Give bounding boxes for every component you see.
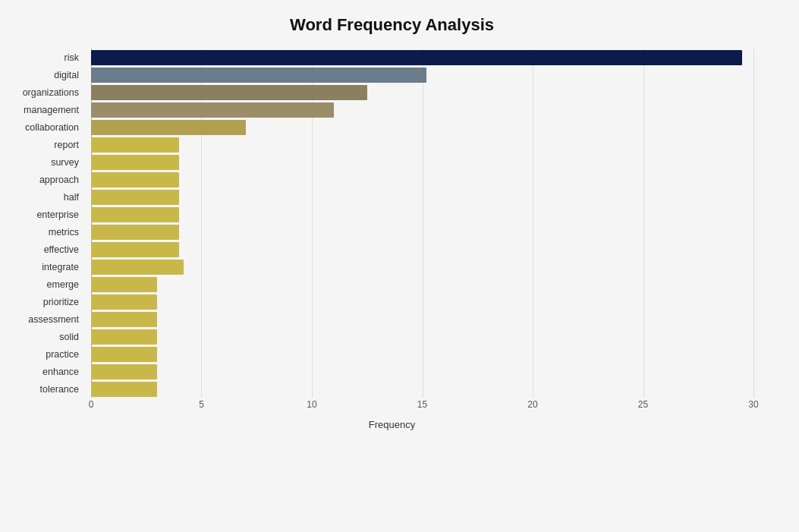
bar xyxy=(91,155,179,170)
bar-label: digital xyxy=(9,70,85,80)
bar-label: survey xyxy=(9,157,85,168)
bar-row: enhance xyxy=(91,363,753,380)
bar-label: effective xyxy=(9,244,85,255)
bar xyxy=(91,260,184,275)
bar-label: risk xyxy=(9,52,85,63)
bar xyxy=(91,294,157,310)
bar-label: enhance xyxy=(9,367,85,377)
x-tick: 15 xyxy=(417,399,427,410)
bar xyxy=(91,137,179,153)
bar xyxy=(91,277,157,292)
x-tick: 25 xyxy=(638,399,648,410)
bar xyxy=(91,172,179,187)
bar-label: enterprise xyxy=(9,209,85,220)
x-tick: 30 xyxy=(748,399,758,410)
bar-label: assessment xyxy=(9,314,85,325)
bar xyxy=(91,68,426,83)
bar-label: organizations xyxy=(9,87,85,98)
bar-row: emerge xyxy=(91,275,753,293)
bar xyxy=(91,190,179,205)
bar-row: digital xyxy=(91,66,753,83)
bar-row: enterprise xyxy=(91,206,753,223)
bar xyxy=(91,120,246,135)
x-tick: 0 xyxy=(89,399,94,410)
bar xyxy=(91,225,179,240)
bar xyxy=(91,364,157,379)
bar-label: approach xyxy=(9,175,85,185)
bar xyxy=(91,50,742,65)
bar-row: collaboration xyxy=(91,118,753,136)
bar-label: report xyxy=(9,140,85,150)
bar-row: tolerance xyxy=(91,380,753,398)
bar-row: organizations xyxy=(91,83,753,101)
chart-title: Word Frequency Analysis xyxy=(8,15,776,35)
x-tick: 5 xyxy=(199,399,204,410)
bar xyxy=(91,85,367,100)
bar xyxy=(91,312,157,327)
bar-label: prioritize xyxy=(9,297,85,307)
bar-row: prioritize xyxy=(91,293,753,310)
bar-row: practice xyxy=(91,345,753,363)
bar-row: integrate xyxy=(91,258,753,275)
bar-row: survey xyxy=(91,153,753,171)
x-axis-container: 051015202530 xyxy=(91,399,753,416)
bars-list: riskdigitalorganizationsmanagementcollab… xyxy=(91,49,753,398)
x-axis-label: Frequency xyxy=(8,419,776,430)
bar-row: report xyxy=(91,136,753,153)
bar-label: practice xyxy=(9,349,85,360)
bar xyxy=(91,102,334,118)
bar xyxy=(91,207,179,222)
bars-area: riskdigitalorganizationsmanagementcollab… xyxy=(91,49,753,398)
bar-label: solid xyxy=(9,332,85,342)
bar-row: effective xyxy=(91,241,753,258)
bar xyxy=(91,382,157,397)
bar-label: collaboration xyxy=(9,122,85,133)
bar-label: integrate xyxy=(9,262,85,272)
bar-label: tolerance xyxy=(9,384,85,395)
grid-line xyxy=(753,49,754,398)
bar-label: emerge xyxy=(9,279,85,290)
bar-label: metrics xyxy=(9,227,85,238)
bar xyxy=(91,329,157,345)
bar-row: risk xyxy=(91,49,753,66)
bar-row: approach xyxy=(91,171,753,188)
x-tick: 20 xyxy=(527,399,537,410)
chart-container: Word Frequency Analysis riskdigitalorgan… xyxy=(0,0,799,532)
bar-row: half xyxy=(91,188,753,206)
bar-row: management xyxy=(91,101,753,118)
x-tick: 10 xyxy=(307,399,316,410)
bar-label: half xyxy=(9,192,85,203)
bar xyxy=(91,347,157,362)
bar-row: assessment xyxy=(91,310,753,328)
bar-row: solid xyxy=(91,328,753,345)
bar xyxy=(91,242,179,257)
bar-row: metrics xyxy=(91,223,753,241)
bar-label: management xyxy=(9,105,85,115)
